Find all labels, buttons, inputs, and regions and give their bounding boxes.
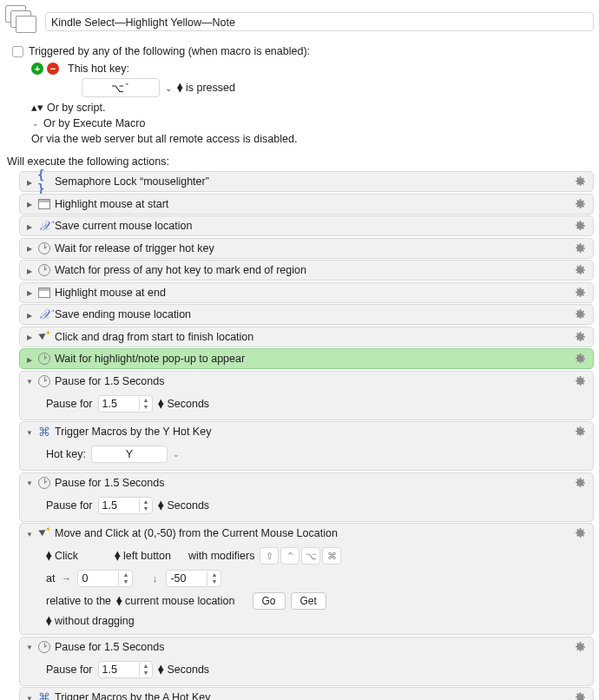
action-row[interactable]: Watch for press of any hot key to mark e… [19,260,594,281]
or-script-dropdown[interactable]: ▴▾ [31,101,43,114]
disclosure-chevron[interactable] [25,177,34,187]
gear-icon[interactable] [572,690,588,700]
disclosure-chevron[interactable] [25,287,34,297]
gear-icon[interactable] [572,373,588,389]
step-up[interactable]: ▲ [140,397,153,404]
mod-opt-toggle[interactable]: ⌥ [301,547,320,565]
action-row[interactable]: Wait for highlight/note pop-up to appear [19,348,594,369]
disclosure-chevron[interactable] [25,478,34,487]
disclosure-chevron[interactable] [25,332,34,341]
clock-icon [37,352,51,366]
click-type-dropdown[interactable]: ▴▾Click [46,550,78,562]
action-row[interactable]: Highlight mouse at end [19,282,594,303]
mod-shift-toggle[interactable]: ⇧ [260,547,279,565]
action-row[interactable]: Click and drag from start to finish loca… [19,327,594,347]
gear-icon[interactable] [572,424,588,439]
hotkey-type-dropdown-icon[interactable]: ⌄ [165,83,172,93]
gear-icon[interactable] [572,525,588,541]
go-button[interactable]: Go [253,592,286,610]
relative-origin-dropdown[interactable]: ▴▾current mouse location [116,595,234,607]
gear-icon[interactable] [572,285,588,300]
action-row[interactable]: 𝒳Save current mouse location [19,215,594,236]
action-row[interactable]: ⌘Trigger Macros by the Y Hot Key Hot key… [19,421,594,471]
gear-icon[interactable] [572,351,588,367]
action-row[interactable]: { }Semaphore Lock “mouselighter” [19,171,594,192]
step-down[interactable]: ▼ [140,505,153,512]
action-row[interactable]: Pause for 1.5 Seconds Pause for ▲▼ ▴▾Sec… [19,371,594,420]
hotkey-condition-dropdown[interactable]: ▴▾ is pressed [177,82,235,94]
gear-icon[interactable] [572,475,588,491]
disclosure-chevron[interactable] [25,310,34,320]
macro-icon [5,5,40,38]
hotkey-value-field[interactable]: Y [91,446,168,463]
macro-title-field[interactable]: Kindle Select—Highlight Yellow—Note [45,12,594,31]
pause-unit-dropdown[interactable]: ▴▾Seconds [158,398,209,410]
gear-icon[interactable] [572,174,588,189]
gear-icon[interactable] [572,329,588,345]
pause-unit-dropdown[interactable]: ▴▾Seconds [158,499,209,512]
disclosure-chevron[interactable] [25,376,34,386]
gear-icon[interactable] [572,196,588,212]
offset-y-field[interactable]: ▲▼ [166,570,221,587]
step-down[interactable]: ▼ [119,578,132,585]
pause-unit-dropdown[interactable]: ▴▾Seconds [158,664,209,676]
step-up[interactable]: ▲ [140,499,153,505]
disclosure-chevron[interactable] [25,243,34,253]
gear-icon[interactable] [572,241,588,256]
action-title: Save ending mouse location [55,308,569,320]
gear-icon[interactable] [572,639,588,655]
gear-icon[interactable] [572,218,588,234]
hotkey-field[interactable]: ⌥` [82,78,160,97]
mouse-button-dropdown[interactable]: ▴▾left button [115,550,171,562]
disclosure-chevron[interactable] [25,354,34,364]
step-up[interactable]: ▲ [207,571,221,578]
or-exec-expand[interactable]: ⌄ [31,119,40,128]
disclosure-chevron[interactable] [25,427,34,437]
at-label: at [46,572,55,584]
braces-icon: { } [37,175,51,188]
pause-seconds-field[interactable]: ▲▼ [98,661,154,678]
action-title: Pause for 1.5 Seconds [55,641,569,653]
action-title: Click and drag from start to finish loca… [55,331,569,343]
gear-icon[interactable] [572,307,588,322]
gear-icon[interactable] [572,262,588,278]
action-row[interactable]: Pause for 1.5 Seconds Pause for ▲▼ ▴▾Sec… [19,472,594,522]
drag-mode-dropdown[interactable]: ▴▾without dragging [46,615,135,627]
pause-seconds-field[interactable]: ▲▼ [98,497,154,514]
step-up[interactable]: ▲ [140,663,153,670]
disclosure-chevron[interactable] [25,642,34,651]
add-trigger-button[interactable]: + [31,63,43,75]
action-row[interactable]: Move and Click at (0,-50) from the Curre… [19,523,594,635]
mod-cmd-toggle[interactable]: ⌘ [322,547,341,565]
disclosure-chevron[interactable] [25,221,34,231]
or-script-label: Or by script. [47,102,105,114]
clock-icon [37,263,51,277]
window-icon [37,286,51,300]
action-row[interactable]: Wait for release of trigger hot key [19,238,594,259]
disclosure-chevron[interactable] [25,529,34,538]
or-exec-label: Or by Execute Macro [43,117,145,129]
disclosure-chevron[interactable] [25,199,34,208]
step-down[interactable]: ▼ [140,670,153,677]
offset-x-field[interactable]: ▲▼ [77,570,133,587]
mod-ctrl-toggle[interactable]: ⌃ [280,547,300,565]
variable-icon: 𝒳 [37,307,51,321]
step-up[interactable]: ▲ [119,571,132,578]
triggers-enable-checkbox[interactable] [12,46,23,57]
get-button[interactable]: Get [291,592,326,610]
hotkey-extras-dropdown[interactable]: ⌄ [173,450,180,459]
pause-seconds-field[interactable]: ▲▼ [98,395,154,413]
disclosure-chevron[interactable] [25,266,34,275]
action-row[interactable]: Highlight mouse at start [19,194,594,215]
clock-icon [37,241,51,255]
action-title: Wait for release of trigger hot key [55,242,569,254]
disclosure-chevron[interactable] [25,693,34,701]
pause-for-label: Pause for [46,398,93,410]
remove-trigger-button[interactable]: − [47,63,59,75]
action-row[interactable]: 𝒳Save ending mouse location [19,304,594,325]
step-down[interactable]: ▼ [207,578,221,585]
arrow-down-icon: ↓ [148,572,161,584]
action-row[interactable]: ⌘Trigger Macros by the A Hot Key Hot key… [19,687,594,700]
step-down[interactable]: ▼ [140,404,153,411]
action-row[interactable]: Pause for 1.5 Seconds Pause for ▲▼ ▴▾Sec… [19,637,594,686]
